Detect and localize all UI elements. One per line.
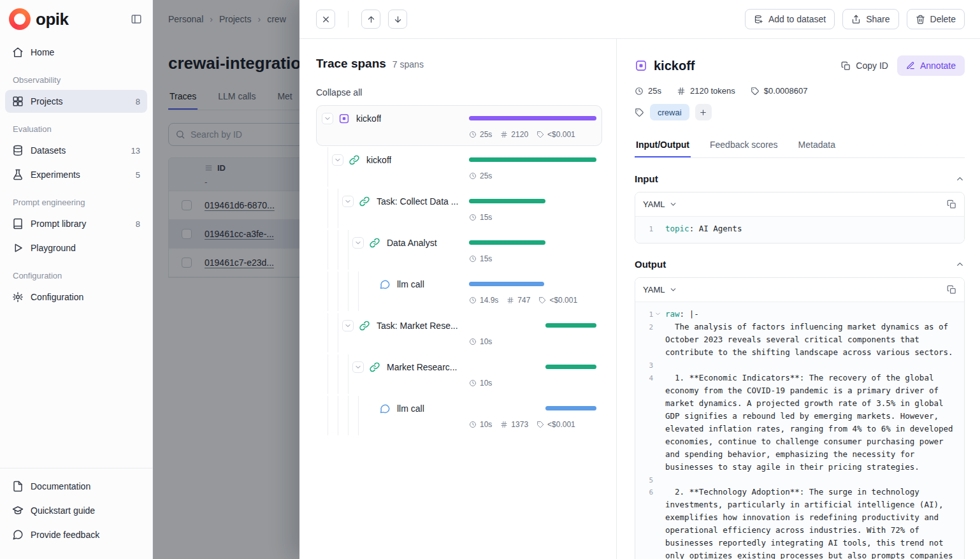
- output-format-select[interactable]: YAML: [643, 285, 677, 294]
- output-section-toggle[interactable]: Output: [635, 259, 965, 270]
- line-number: 1: [640, 222, 653, 235]
- tree-guide: [328, 354, 328, 394]
- play-icon: [12, 242, 24, 254]
- expand-chevron[interactable]: [342, 196, 354, 207]
- tree-guide: [338, 272, 338, 311]
- chev-down-icon: [354, 239, 362, 247]
- code-line: 5: [640, 474, 956, 486]
- span-stat: 25s: [469, 171, 492, 180]
- chevron-placeholder: [363, 279, 374, 290]
- count-badge: 8: [136, 97, 140, 106]
- sidebar-item-documentation[interactable]: Documentation: [5, 475, 147, 498]
- sidebar-item-home[interactable]: Home: [5, 41, 147, 64]
- chevron-up-icon: [955, 259, 965, 269]
- delete-button[interactable]: Delete: [907, 9, 965, 29]
- chevron-down-icon: [669, 200, 677, 208]
- sidebar-item-experiments[interactable]: Experiments5: [5, 163, 147, 186]
- span-label: kickoff: [366, 155, 391, 165]
- input-code: 1topic: AI Agents: [635, 217, 964, 243]
- copy-id-button[interactable]: Copy ID: [841, 61, 888, 71]
- span-row-data-analyst[interactable]: Data Analyst15s: [316, 229, 602, 270]
- span-row-task-collect-data[interactable]: Task: Collect Data ...15s: [316, 188, 602, 229]
- chevron-placeholder: [363, 403, 374, 414]
- link-icon: [349, 154, 360, 166]
- sidebar-collapse-icon[interactable]: [131, 13, 142, 25]
- tree-guide: [338, 230, 338, 270]
- tree-guide: [358, 396, 359, 435]
- link-icon: [369, 361, 380, 373]
- span-row-market-researc[interactable]: Market Researc...10s: [316, 354, 602, 395]
- sidebar-item-projects[interactable]: Projects8: [5, 90, 147, 113]
- share-icon: [851, 15, 861, 24]
- span-stat: 2120: [500, 130, 528, 139]
- trace-detail-panel: Add to dataset Share Delete Trace spans …: [299, 0, 980, 559]
- expand-chevron[interactable]: [322, 113, 333, 124]
- plus-icon: [699, 108, 707, 117]
- close-icon: [321, 15, 331, 24]
- span-label: kickoff: [356, 113, 381, 124]
- clock-icon: [469, 214, 477, 221]
- previous-trace-button[interactable]: [361, 10, 380, 29]
- next-trace-button[interactable]: [388, 10, 407, 29]
- tag-chips: crewai: [650, 104, 689, 120]
- clock-icon: [469, 421, 477, 428]
- chat-icon: [12, 529, 24, 541]
- sidebar-item-playground[interactable]: Playground: [5, 236, 147, 259]
- panel-toolbar: Add to dataset Share Delete: [299, 0, 980, 39]
- trace-spans-tree: kickoff25s2120<$0.001kickoff25sTask: Col…: [316, 105, 602, 436]
- sidebar-item-label: Datasets: [31, 145, 66, 156]
- add-tag-button[interactable]: [695, 104, 712, 120]
- toolbar-divider: [348, 11, 349, 27]
- input-format-select[interactable]: YAML: [643, 200, 677, 209]
- expand-chevron[interactable]: [352, 237, 364, 249]
- expand-chevron[interactable]: [342, 320, 354, 331]
- fold-chevron[interactable]: [653, 308, 663, 321]
- annotate-button[interactable]: Annotate: [897, 55, 965, 76]
- sidebar-item-configuration[interactable]: Configuration: [5, 286, 147, 309]
- sidebar-item-quickstart-guide[interactable]: Quickstart guide: [5, 499, 147, 522]
- span-stat: 10s: [469, 420, 492, 429]
- duration-stat: 25s: [635, 86, 661, 96]
- detail-tab-metadata[interactable]: Metadata: [797, 134, 837, 157]
- add-to-dataset-button[interactable]: Add to dataset: [745, 9, 835, 29]
- tree-guide: [338, 396, 338, 435]
- link-icon: [359, 196, 370, 207]
- expand-chevron[interactable]: [332, 154, 343, 166]
- input-section: Input YAML 1topic: AI Agents: [635, 173, 965, 243]
- sidebar-item-prompt-library[interactable]: Prompt library8: [5, 212, 147, 235]
- span-label: Task: Market Rese...: [377, 321, 458, 331]
- copy-input-icon[interactable]: [947, 200, 956, 209]
- copy-output-icon[interactable]: [947, 285, 956, 294]
- span-stat: 15s: [469, 213, 492, 222]
- close-button[interactable]: [316, 10, 335, 29]
- expand-chevron[interactable]: [352, 361, 364, 373]
- span-row-llm-call[interactable]: llm call10s1373<$0.001: [316, 395, 602, 436]
- code-line: 1raw: |-: [640, 308, 956, 321]
- share-button[interactable]: Share: [842, 9, 898, 29]
- database-icon: [12, 145, 24, 156]
- fold-chevron: [653, 372, 663, 474]
- collapse-all-button[interactable]: Collapse all: [316, 87, 362, 98]
- duration-bar: [469, 240, 545, 245]
- span-label: llm call: [397, 279, 424, 289]
- sidebar-item-provide-feedback[interactable]: Provide feedback: [5, 523, 147, 546]
- duration-bar: [545, 406, 596, 410]
- sidebar: opik HomeObservabilityProjects8Evaluatio…: [0, 0, 153, 559]
- opik-logo-icon: [9, 8, 31, 30]
- span-row-kickoff[interactable]: kickoff25s2120<$0.001: [316, 105, 602, 146]
- detail-tab-input-output[interactable]: Input/Output: [635, 134, 691, 157]
- clock-icon: [469, 296, 477, 304]
- span-row-llm-call[interactable]: llm call14.9s747<$0.001: [316, 271, 602, 312]
- chevron-up-icon: [955, 174, 965, 184]
- span-row-kickoff[interactable]: kickoff25s: [316, 147, 602, 187]
- tag-chip-crewai[interactable]: crewai: [650, 104, 689, 120]
- duration-bar: [469, 282, 544, 286]
- tree-guide: [348, 396, 349, 435]
- input-section-toggle[interactable]: Input: [635, 173, 965, 184]
- chevron-down-icon: [669, 286, 677, 294]
- sidebar-item-datasets[interactable]: Datasets13: [5, 139, 147, 162]
- sidebar-footer: DocumentationQuickstart guideProvide fee…: [0, 468, 152, 559]
- home-icon: [12, 47, 24, 58]
- detail-tab-feedback-scores[interactable]: Feedback scores: [709, 134, 779, 157]
- span-row-task-market-rese[interactable]: Task: Market Rese...10s: [316, 312, 602, 353]
